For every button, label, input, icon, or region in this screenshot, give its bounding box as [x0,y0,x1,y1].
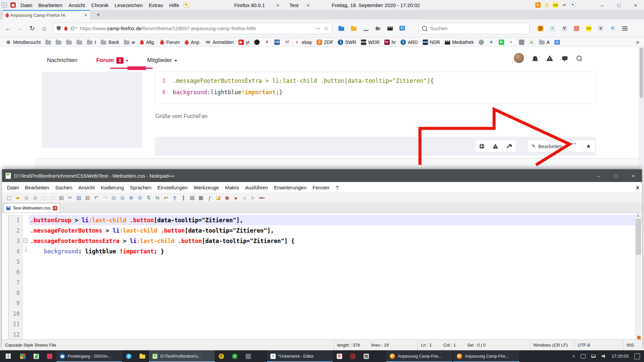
fx-menu-bearbeiten[interactable]: Bearbeiten [35,2,66,8]
show-all-characters-icon[interactable]: ¶ [170,194,179,202]
browser-scrollbar[interactable] [639,47,644,169]
fx-menu-chronik[interactable]: Chronik [88,2,112,8]
npp-minimize-button[interactable]: – [590,169,607,182]
bm-youtube[interactable]: ▶yt [236,38,252,46]
pinned-explorer[interactable] [136,350,149,362]
document-map-icon[interactable]: ▦ [197,194,205,202]
document-close-x[interactable]: X [636,185,639,190]
bm-hr[interactable]: hrhr [382,38,398,46]
editor-line-12[interactable]: 12 [2,329,642,340]
back-button[interactable]: ← [2,22,14,35]
bm-globe[interactable]: ⊕ [486,38,496,46]
redo-icon[interactable]: ↷ [101,194,109,202]
bm-ebay[interactable]: eebay [292,38,314,46]
npp-menu-sprachen[interactable]: Sprachen [127,185,154,190]
window-restore-button[interactable]: □ [610,0,627,10]
reading-list-icon[interactable] [399,26,405,31]
print-icon[interactable]: ▤ [57,194,66,202]
notepadpp-titlebar[interactable]: D:\Test\Profilordner\chrome\CSSWeb\Test … [2,169,642,182]
npp-menu-datei[interactable]: Datei [4,185,22,190]
forum-nav-mitglieder[interactable]: Mitglieder [147,57,177,64]
ext-calendar-check-icon[interactable]: ✓ [550,26,555,31]
editor-line-6[interactable]: 6 [2,267,642,277]
pinned-app-red[interactable] [43,350,56,362]
pinned-app-grid[interactable] [16,350,30,362]
npp-close-button[interactable]: × [625,169,642,182]
campfirefox-addon-icon[interactable]: Cf [561,2,567,8]
pinned-tv[interactable] [346,350,360,362]
editor-line-5[interactable]: 5 [2,256,642,267]
npp-menu-einstellungen[interactable]: Einstellungen [154,185,191,190]
replace-icon[interactable]: ◎ [118,194,127,202]
tab-close-icon[interactable]: × [53,206,57,210]
pinned-edge[interactable]: e [122,350,136,362]
bm-folder-4[interactable] [74,38,85,46]
battery-icon[interactable] [581,354,586,358]
bookmark-star-icon[interactable]: ☆ [324,25,329,32]
editor-line-2[interactable]: 2.messageFooterButtons > li:last-child .… [2,225,642,236]
pinned-app-chart[interactable]: ▟ [30,350,43,362]
pinned-d-app[interactable]: D [333,350,346,362]
macro-play-icon[interactable]: ▶ [249,194,258,202]
npp-restore-button[interactable]: □ [607,169,625,182]
bm-folder-w[interactable]: w [121,38,137,46]
status-eol-format[interactable]: Windows (CR LF) [530,340,575,350]
search-input[interactable] [430,25,518,32]
bm-x-red[interactable]: X [262,38,272,46]
editor-scrollbar[interactable]: ▲ ▼ [635,213,641,339]
bm-ndr[interactable]: NDRNDR [420,38,442,46]
css-addon-icon[interactable]: CSS [553,2,558,8]
start-button[interactable] [0,350,16,362]
sync-vertical-icon[interactable]: ⇅ [144,194,153,202]
bm-folder-t[interactable]: t [85,38,98,46]
bookmarks-folder-icon[interactable] [338,27,344,31]
edit-note-addon-icon[interactable]: ✎ [570,2,576,8]
bm-sphere[interactable] [476,38,486,46]
editor-line-1[interactable]: 1.buttonGroup > li:last-child .button[da… [2,215,642,225]
permissions-icon[interactable] [71,26,77,30]
notepadpp-editor[interactable]: 1.buttonGroup > li:last-child .button[da… [2,213,642,342]
task-editor[interactable]: ≡*Unbenannt - Editor [267,350,333,362]
search-bar[interactable] [418,23,530,34]
tracking-shield-icon[interactable] [57,26,61,31]
npp-menu-werkzeuge[interactable]: Werkzeuge [191,185,222,190]
alerts-warning-icon[interactable]: ! [546,55,553,61]
bm-forum[interactable]: Forum [158,38,182,46]
npp-menu-erweiterungen[interactable]: Erweiterungen [271,185,310,190]
bm-folder-a[interactable]: A [537,38,552,46]
bm-ard[interactable]: 1ARD [398,38,420,46]
task-mail[interactable]: Posteingang - 2002An... [56,350,122,362]
clear-cache-broom-icon[interactable]: / [544,2,549,8]
undo-icon[interactable]: ↶ [92,194,101,202]
close-file-icon[interactable]: ▢ [40,194,48,202]
network-icon[interactable] [591,355,596,358]
scrollbar-thumb[interactable] [640,48,643,98]
folder-workspace-icon[interactable]: ◪ [214,194,223,202]
editor-scrollbar-thumb[interactable] [636,219,641,255]
forum-nav-forum[interactable]: Forum 3 [96,57,128,64]
bm-folder-bank[interactable]: Bank [98,38,121,46]
tray-expand-icon[interactable]: ∧ [572,354,575,358]
editor-line-3[interactable]: 3−.messageFooterButtonsExtra > li:last-c… [2,236,642,246]
action-center-icon[interactable] [634,353,640,359]
save-icon[interactable]: ◼ [22,194,31,202]
task-firefox-1[interactable]: Anpassung Camp-Fire... [386,350,452,362]
quote-button[interactable]: “ [567,140,582,152]
npp-menu-kodierung[interactable]: Kodierung [98,185,127,190]
forum-code-block[interactable]: 3.messageFooterButtonsExtra > li:last-ch… [155,72,596,104]
bookmarks-overflow-icon[interactable]: » [636,39,639,46]
edit-button[interactable]: ✎ Bearbeiten [528,140,567,152]
sync-horizontal-icon[interactable]: ⇆ [153,194,162,202]
window-close-button[interactable]: × [627,0,644,10]
editor-line-10[interactable]: 10 [2,308,642,319]
forward-button[interactable]: → [14,22,26,35]
url-text[interactable]: https://www.camp-firefox.de/forum/thema/… [80,25,312,31]
sync-people-icon[interactable] [375,26,381,31]
bm-folder-1[interactable] [43,38,53,46]
bm-allg[interactable]: Allg. [137,38,157,46]
fx-menu-ansicht[interactable]: Ansicht [66,2,88,8]
ext-sync-icon[interactable]: ↻ [610,26,615,31]
edit-bookmarks-icon[interactable] [351,27,357,31]
npp-menu-help[interactable]: ? [333,185,341,190]
zoom-out-icon[interactable]: ⊖ [136,194,144,202]
